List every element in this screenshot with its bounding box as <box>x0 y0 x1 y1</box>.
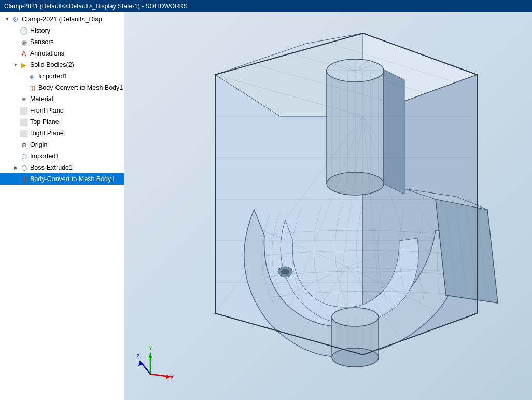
tree-item-label: Solid Bodies(2) <box>30 61 74 68</box>
feature-tree-sidebar[interactable]: ▼⚙Clamp-2021 (Default<_Disp▶🕐History▶◉Se… <box>0 12 124 400</box>
svg-marker-6 <box>384 70 404 194</box>
folder-icon: ▶ <box>20 61 28 69</box>
svg-point-61 <box>281 269 289 274</box>
tree-item-annotations[interactable]: ▶AAnnotations <box>0 48 124 59</box>
mesh-icon: ◫ <box>28 84 36 92</box>
boss-icon: ⬡ <box>20 152 28 160</box>
tree-item-label: Right Plane <box>30 130 64 137</box>
boss-icon: ⬡ <box>20 163 28 172</box>
tree-item-sensors[interactable]: ▶◉Sensors <box>0 36 124 48</box>
annotation-icon: A <box>20 49 28 58</box>
sensor-icon: ◉ <box>20 38 28 46</box>
body-icon: ◈ <box>28 72 36 80</box>
tree-item-material[interactable]: ▶≡Material <box>0 93 124 105</box>
tree-item-solid-bodies[interactable]: ▼▶Solid Bodies(2) <box>0 59 124 71</box>
svg-marker-70 <box>166 374 170 379</box>
3d-viewport[interactable]: Z Y X <box>124 12 532 400</box>
svg-text:Y: Y <box>149 345 153 351</box>
tree-item-origin[interactable]: ▶⊕Origin <box>0 139 124 150</box>
plane-icon: ⬜ <box>20 118 28 126</box>
tree-item-label: Origin <box>30 141 47 148</box>
mesh-icon: ◫ <box>20 175 28 183</box>
tree-item-history[interactable]: ▶🕐History <box>0 25 124 36</box>
expand-arrow[interactable]: ▶ <box>12 164 19 171</box>
tree-item-label: Annotations <box>30 50 64 57</box>
tree-item-boss-extrude[interactable]: ▶⬡Boss-Extrude1 <box>0 162 124 173</box>
tree-item-label: Body-Convert to Mesh Body1 <box>30 175 115 183</box>
origin-icon: ⊕ <box>20 141 28 149</box>
tree-item-label: Clamp-2021 (Default<_Disp <box>22 16 102 23</box>
svg-text:X: X <box>170 374 174 380</box>
tree-item-root[interactable]: ▼⚙Clamp-2021 (Default<_Disp <box>0 13 124 25</box>
tree-item-imported1b[interactable]: ▶⬡Imported1 <box>0 150 124 162</box>
tree-item-label: Imported1 <box>30 153 59 160</box>
tree-item-right-plane[interactable]: ▶⬜Right Plane <box>0 128 124 139</box>
svg-marker-67 <box>148 353 152 358</box>
tree-item-front-plane[interactable]: ▶⬜Front Plane <box>0 105 124 116</box>
tree-item-label: Body-Convert to Mesh Body1 <box>38 84 123 91</box>
expand-arrow[interactable]: ▼ <box>4 16 10 22</box>
svg-text:Z: Z <box>136 353 140 360</box>
tree-item-label: Top Plane <box>30 118 59 126</box>
plane-icon: ⬜ <box>20 129 28 137</box>
tree-item-body-convert2[interactable]: ▶◫Body-Convert to Mesh Body1 <box>0 173 124 185</box>
tree-item-imported1[interactable]: ▶◈Imported1 <box>0 71 124 82</box>
expand-arrow[interactable]: ▼ <box>12 62 19 68</box>
plane-icon: ⬜ <box>20 106 28 115</box>
tree-item-label: Material <box>30 95 53 103</box>
tree-item-label: History <box>30 27 50 34</box>
tree-item-body-convert[interactable]: ▶◫Body-Convert to Mesh Body1 <box>0 82 124 93</box>
tree-item-label: Imported1 <box>38 73 67 80</box>
3d-model-svg <box>124 12 532 400</box>
title-bar: Clamp-2021 (Default<<Default>_Display St… <box>0 0 532 12</box>
tree-item-label: Boss-Extrude1 <box>30 164 73 171</box>
part-icon: ⚙ <box>11 15 20 23</box>
main-content: ▼⚙Clamp-2021 (Default<_Disp▶🕐History▶◉Se… <box>0 12 532 400</box>
tree-item-label: Sensors <box>30 38 54 46</box>
coordinate-axis: Z Y X <box>135 343 176 384</box>
history-icon: 🕐 <box>20 26 28 35</box>
material-icon: ≡ <box>20 95 28 103</box>
tree-item-label: Front Plane <box>30 107 64 114</box>
title-text: Clamp-2021 (Default<<Default>_Display St… <box>4 3 188 10</box>
tree-item-top-plane[interactable]: ▶⬜Top Plane <box>0 116 124 128</box>
